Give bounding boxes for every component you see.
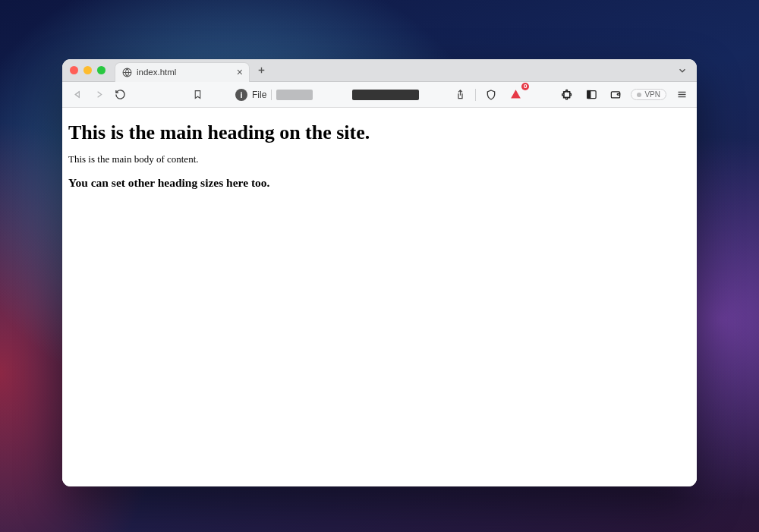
redacted-path-segment bbox=[352, 90, 419, 100]
page-heading-h3: You can set other heading sizes here too… bbox=[68, 176, 691, 190]
toolbar-right-group: 0 bbox=[451, 86, 691, 104]
maximize-window-button[interactable] bbox=[97, 66, 106, 74]
svg-rect-1 bbox=[564, 92, 570, 98]
app-menu-button[interactable] bbox=[672, 86, 691, 104]
browser-toolbar: i File 0 bbox=[62, 82, 697, 108]
sidebar-toggle-button[interactable] bbox=[582, 86, 600, 104]
window-controls bbox=[70, 66, 106, 74]
address-bar[interactable]: i File bbox=[235, 89, 448, 101]
forward-button[interactable] bbox=[90, 86, 108, 104]
new-tab-button[interactable] bbox=[253, 62, 269, 79]
tab-title: index.html bbox=[137, 68, 232, 77]
separator bbox=[271, 90, 272, 100]
svg-rect-3 bbox=[587, 91, 591, 99]
page-viewport[interactable]: This is the main heading on the site. Th… bbox=[62, 108, 697, 486]
close-tab-icon[interactable]: × bbox=[237, 67, 243, 77]
wallet-button[interactable] bbox=[606, 86, 625, 104]
brave-shields-button[interactable] bbox=[482, 86, 500, 104]
back-button[interactable] bbox=[68, 86, 87, 104]
close-window-button[interactable] bbox=[70, 66, 78, 74]
vpn-status-dot-icon bbox=[637, 93, 641, 97]
reload-button[interactable] bbox=[111, 86, 129, 104]
minimize-window-button[interactable] bbox=[83, 66, 92, 74]
browser-tab[interactable]: index.html × bbox=[115, 62, 250, 82]
vpn-label: VPN bbox=[644, 90, 660, 99]
extensions-button[interactable] bbox=[558, 86, 576, 104]
vpn-button[interactable]: VPN bbox=[631, 89, 666, 100]
tab-list-chevron-icon[interactable] bbox=[674, 65, 691, 76]
site-info-icon[interactable]: i bbox=[235, 89, 247, 101]
redacted-path-segment bbox=[276, 90, 313, 100]
brave-rewards-button[interactable]: 0 bbox=[506, 86, 524, 104]
bookmark-button[interactable] bbox=[188, 86, 206, 104]
rewards-badge-count: 0 bbox=[521, 83, 529, 90]
browser-window: index.html × bbox=[62, 59, 697, 486]
page-heading-h1: This is the main heading on the site. bbox=[68, 121, 691, 144]
globe-icon bbox=[121, 67, 132, 77]
page-body-text: This is the main body of content. bbox=[68, 153, 691, 165]
separator bbox=[475, 89, 476, 101]
share-button[interactable] bbox=[451, 86, 469, 104]
url-scheme-label: File bbox=[252, 90, 266, 100]
tab-strip: index.html × bbox=[62, 59, 697, 82]
